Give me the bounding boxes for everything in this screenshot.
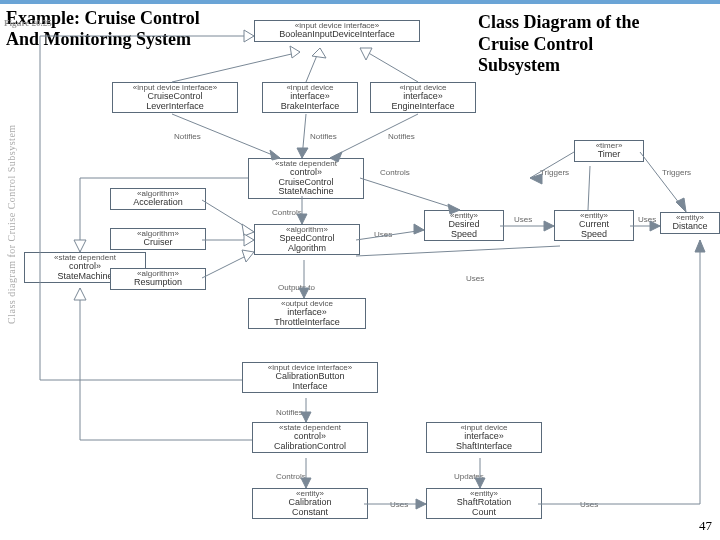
node-brake: «input device interface» BrakeInterface — [262, 82, 358, 113]
lbl-controls-2: Controls — [272, 208, 302, 217]
svg-line-0 — [172, 52, 300, 82]
node-ccsm: «state dependent control» CruiseControl … — [248, 158, 364, 199]
svg-marker-33 — [676, 198, 686, 212]
title-example: Example: Cruise Control And Monitoring S… — [6, 8, 200, 49]
figure-caption: Class diagram for Cruise Control Subsyst… — [6, 64, 20, 324]
svg-marker-37 — [244, 30, 254, 42]
svg-marker-47 — [695, 240, 705, 252]
svg-line-32 — [640, 152, 686, 212]
svg-line-29 — [588, 166, 590, 210]
svg-marker-18 — [242, 224, 254, 236]
node-throttle: «output device interface» ThrottleInterf… — [248, 298, 366, 329]
svg-marker-1 — [290, 46, 300, 58]
node-accel: «algorithm» Acceleration — [110, 188, 206, 210]
node-engine: «input device interface» EngineInterface — [370, 82, 476, 113]
svg-line-4 — [360, 48, 418, 82]
svg-line-17 — [202, 200, 254, 232]
svg-marker-20 — [244, 234, 254, 246]
node-desired: «entity» Desired Speed — [424, 210, 504, 241]
title-classdiagram: Class Diagram of the Cruise Control Subs… — [478, 12, 639, 77]
lbl-uses-5: Uses — [390, 500, 408, 509]
lbl-notifies-4: Notifies — [276, 408, 303, 417]
node-calib-btn: «input device interface» CalibrationButt… — [242, 362, 378, 393]
lbl-uses-1: Uses — [374, 230, 392, 239]
class-name: BooleanInputDeviceInterface — [257, 30, 417, 39]
page-number: 47 — [699, 518, 712, 534]
node-calib-ctrl: «state dependent control» CalibrationCon… — [252, 422, 368, 453]
node-current: «entity» Current Speed — [554, 210, 634, 241]
svg-line-34 — [356, 246, 560, 256]
lbl-notifies-2: Notifies — [310, 132, 337, 141]
title-cd-line1: Class Diagram of the — [478, 12, 639, 32]
node-shaft-rot: «entity» ShaftRotation Count — [426, 488, 542, 519]
node-calib-const: «entity» Calibration Constant — [252, 488, 368, 519]
node-timer: «timer» Timer — [574, 140, 644, 162]
node-boolean-input: «input device interface» BooleanInputDev… — [254, 20, 420, 42]
svg-marker-46 — [416, 499, 426, 509]
lbl-uses-3: Uses — [638, 215, 656, 224]
lbl-controls-1: Controls — [380, 168, 410, 177]
node-shaft-if: «input device interface» ShaftInterface — [426, 422, 542, 453]
svg-marker-9 — [297, 148, 308, 158]
lbl-controls-3: Controls — [276, 472, 306, 481]
title-example-line2: And Monitoring System — [6, 29, 191, 49]
svg-line-8 — [302, 114, 306, 158]
svg-line-21 — [202, 252, 254, 278]
figure-number: Figure 20.25 — [4, 18, 52, 28]
lbl-notifies-1: Notifies — [174, 132, 201, 141]
lbl-uses-2: Uses — [514, 215, 532, 224]
svg-marker-22 — [242, 250, 254, 262]
svg-line-13 — [360, 178, 460, 210]
node-resump: «algorithm» Resumption — [110, 268, 206, 290]
svg-marker-5 — [360, 48, 372, 60]
lbl-uses-4: Uses — [466, 274, 484, 283]
svg-marker-40 — [74, 288, 86, 300]
svg-marker-24 — [414, 224, 424, 234]
title-cd-line2: Cruise Control — [478, 34, 593, 54]
node-distance: «entity» Distance — [660, 212, 720, 234]
svg-marker-12 — [74, 240, 86, 252]
lbl-notifies-3: Notifies — [388, 132, 415, 141]
lbl-uses-6: Uses — [580, 500, 598, 509]
svg-line-2 — [306, 48, 320, 82]
lbl-outputs: Outputs to — [278, 283, 315, 292]
svg-marker-3 — [312, 48, 326, 58]
node-sca: «algorithm» SpeedControl Algorithm — [254, 224, 360, 255]
title-cd-line3: Subsystem — [478, 55, 560, 75]
node-cruiser: «algorithm» Cruiser — [110, 228, 206, 250]
lbl-triggers-2: Triggers — [662, 168, 691, 177]
svg-marker-26 — [544, 221, 554, 231]
lbl-triggers-1: Triggers — [540, 168, 569, 177]
node-lever: «input device interface» CruiseControl L… — [112, 82, 238, 113]
lbl-updates: Updates — [454, 472, 484, 481]
